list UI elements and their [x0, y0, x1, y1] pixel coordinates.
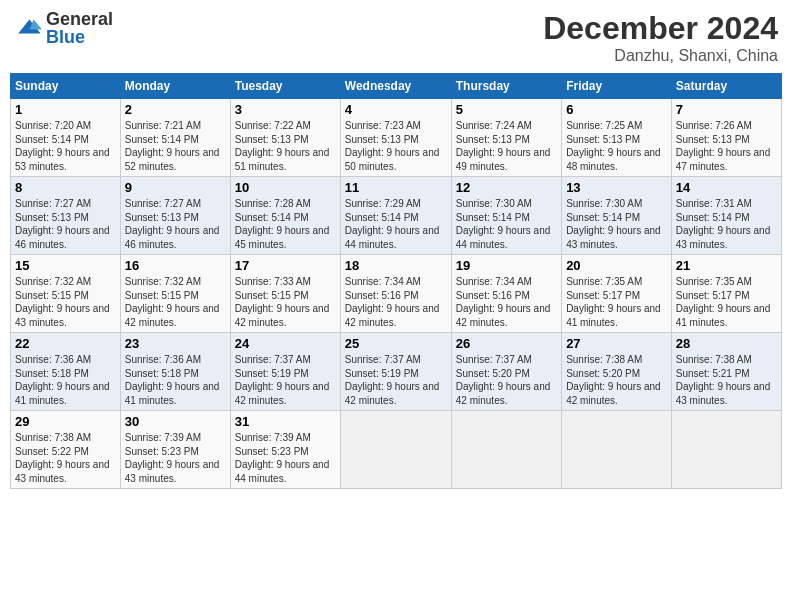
calendar-cell: 16 Sunrise: 7:32 AM Sunset: 5:15 PM Dayl… [120, 255, 230, 333]
logo: General Blue [14, 10, 113, 46]
day-info: Sunrise: 7:38 AM Sunset: 5:20 PM Dayligh… [566, 353, 667, 407]
calendar-week-1: 1 Sunrise: 7:20 AM Sunset: 5:14 PM Dayli… [11, 99, 782, 177]
calendar-cell: 7 Sunrise: 7:26 AM Sunset: 5:13 PM Dayli… [671, 99, 781, 177]
calendar-week-4: 22 Sunrise: 7:36 AM Sunset: 5:18 PM Dayl… [11, 333, 782, 411]
day-info: Sunrise: 7:33 AM Sunset: 5:15 PM Dayligh… [235, 275, 336, 329]
calendar-cell: 31 Sunrise: 7:39 AM Sunset: 5:23 PM Dayl… [230, 411, 340, 489]
day-info: Sunrise: 7:37 AM Sunset: 5:19 PM Dayligh… [235, 353, 336, 407]
calendar-cell: 6 Sunrise: 7:25 AM Sunset: 5:13 PM Dayli… [562, 99, 672, 177]
day-number: 27 [566, 336, 667, 351]
day-number: 11 [345, 180, 447, 195]
calendar-cell: 25 Sunrise: 7:37 AM Sunset: 5:19 PM Dayl… [340, 333, 451, 411]
logo-icon [14, 14, 42, 42]
day-number: 5 [456, 102, 557, 117]
col-thursday: Thursday [451, 74, 561, 99]
calendar-cell: 24 Sunrise: 7:37 AM Sunset: 5:19 PM Dayl… [230, 333, 340, 411]
day-info: Sunrise: 7:25 AM Sunset: 5:13 PM Dayligh… [566, 119, 667, 173]
col-wednesday: Wednesday [340, 74, 451, 99]
calendar-cell: 19 Sunrise: 7:34 AM Sunset: 5:16 PM Dayl… [451, 255, 561, 333]
day-number: 12 [456, 180, 557, 195]
page-header: General Blue December 2024 Danzhu, Shanx… [10, 10, 782, 65]
day-info: Sunrise: 7:35 AM Sunset: 5:17 PM Dayligh… [566, 275, 667, 329]
day-info: Sunrise: 7:35 AM Sunset: 5:17 PM Dayligh… [676, 275, 777, 329]
calendar-cell: 8 Sunrise: 7:27 AM Sunset: 5:13 PM Dayli… [11, 177, 121, 255]
col-saturday: Saturday [671, 74, 781, 99]
calendar-cell: 29 Sunrise: 7:38 AM Sunset: 5:22 PM Dayl… [11, 411, 121, 489]
calendar-week-2: 8 Sunrise: 7:27 AM Sunset: 5:13 PM Dayli… [11, 177, 782, 255]
day-number: 20 [566, 258, 667, 273]
calendar-cell: 5 Sunrise: 7:24 AM Sunset: 5:13 PM Dayli… [451, 99, 561, 177]
calendar-cell: 4 Sunrise: 7:23 AM Sunset: 5:13 PM Dayli… [340, 99, 451, 177]
calendar-cell: 10 Sunrise: 7:28 AM Sunset: 5:14 PM Dayl… [230, 177, 340, 255]
day-info: Sunrise: 7:23 AM Sunset: 5:13 PM Dayligh… [345, 119, 447, 173]
calendar-cell: 9 Sunrise: 7:27 AM Sunset: 5:13 PM Dayli… [120, 177, 230, 255]
calendar-cell: 1 Sunrise: 7:20 AM Sunset: 5:14 PM Dayli… [11, 99, 121, 177]
calendar-cell: 30 Sunrise: 7:39 AM Sunset: 5:23 PM Dayl… [120, 411, 230, 489]
calendar-header: Sunday Monday Tuesday Wednesday Thursday… [11, 74, 782, 99]
day-number: 14 [676, 180, 777, 195]
calendar-cell [451, 411, 561, 489]
day-number: 8 [15, 180, 116, 195]
day-info: Sunrise: 7:29 AM Sunset: 5:14 PM Dayligh… [345, 197, 447, 251]
day-info: Sunrise: 7:39 AM Sunset: 5:23 PM Dayligh… [125, 431, 226, 485]
day-number: 19 [456, 258, 557, 273]
calendar-cell: 28 Sunrise: 7:38 AM Sunset: 5:21 PM Dayl… [671, 333, 781, 411]
day-number: 17 [235, 258, 336, 273]
calendar-cell: 22 Sunrise: 7:36 AM Sunset: 5:18 PM Dayl… [11, 333, 121, 411]
day-info: Sunrise: 7:27 AM Sunset: 5:13 PM Dayligh… [15, 197, 116, 251]
calendar-cell: 11 Sunrise: 7:29 AM Sunset: 5:14 PM Dayl… [340, 177, 451, 255]
calendar-cell [340, 411, 451, 489]
title-block: December 2024 Danzhu, Shanxi, China [543, 10, 778, 65]
header-row: Sunday Monday Tuesday Wednesday Thursday… [11, 74, 782, 99]
day-number: 30 [125, 414, 226, 429]
day-info: Sunrise: 7:37 AM Sunset: 5:19 PM Dayligh… [345, 353, 447, 407]
calendar-cell: 3 Sunrise: 7:22 AM Sunset: 5:13 PM Dayli… [230, 99, 340, 177]
day-info: Sunrise: 7:20 AM Sunset: 5:14 PM Dayligh… [15, 119, 116, 173]
day-info: Sunrise: 7:36 AM Sunset: 5:18 PM Dayligh… [15, 353, 116, 407]
calendar-cell: 12 Sunrise: 7:30 AM Sunset: 5:14 PM Dayl… [451, 177, 561, 255]
calendar-cell: 17 Sunrise: 7:33 AM Sunset: 5:15 PM Dayl… [230, 255, 340, 333]
day-number: 16 [125, 258, 226, 273]
day-info: Sunrise: 7:34 AM Sunset: 5:16 PM Dayligh… [345, 275, 447, 329]
calendar-table: Sunday Monday Tuesday Wednesday Thursday… [10, 73, 782, 489]
logo-general-text: General [46, 10, 113, 28]
day-info: Sunrise: 7:27 AM Sunset: 5:13 PM Dayligh… [125, 197, 226, 251]
day-number: 31 [235, 414, 336, 429]
day-number: 22 [15, 336, 116, 351]
calendar-cell [671, 411, 781, 489]
day-info: Sunrise: 7:34 AM Sunset: 5:16 PM Dayligh… [456, 275, 557, 329]
calendar-cell: 15 Sunrise: 7:32 AM Sunset: 5:15 PM Dayl… [11, 255, 121, 333]
day-number: 23 [125, 336, 226, 351]
day-number: 18 [345, 258, 447, 273]
day-info: Sunrise: 7:26 AM Sunset: 5:13 PM Dayligh… [676, 119, 777, 173]
day-info: Sunrise: 7:38 AM Sunset: 5:22 PM Dayligh… [15, 431, 116, 485]
day-info: Sunrise: 7:37 AM Sunset: 5:20 PM Dayligh… [456, 353, 557, 407]
calendar-week-3: 15 Sunrise: 7:32 AM Sunset: 5:15 PM Dayl… [11, 255, 782, 333]
calendar-body: 1 Sunrise: 7:20 AM Sunset: 5:14 PM Dayli… [11, 99, 782, 489]
day-info: Sunrise: 7:32 AM Sunset: 5:15 PM Dayligh… [125, 275, 226, 329]
day-number: 1 [15, 102, 116, 117]
col-friday: Friday [562, 74, 672, 99]
calendar-cell: 2 Sunrise: 7:21 AM Sunset: 5:14 PM Dayli… [120, 99, 230, 177]
day-number: 21 [676, 258, 777, 273]
day-number: 7 [676, 102, 777, 117]
day-number: 4 [345, 102, 447, 117]
day-info: Sunrise: 7:39 AM Sunset: 5:23 PM Dayligh… [235, 431, 336, 485]
day-number: 13 [566, 180, 667, 195]
day-info: Sunrise: 7:38 AM Sunset: 5:21 PM Dayligh… [676, 353, 777, 407]
col-sunday: Sunday [11, 74, 121, 99]
calendar-cell: 27 Sunrise: 7:38 AM Sunset: 5:20 PM Dayl… [562, 333, 672, 411]
day-number: 24 [235, 336, 336, 351]
day-info: Sunrise: 7:32 AM Sunset: 5:15 PM Dayligh… [15, 275, 116, 329]
day-number: 6 [566, 102, 667, 117]
day-number: 10 [235, 180, 336, 195]
day-info: Sunrise: 7:28 AM Sunset: 5:14 PM Dayligh… [235, 197, 336, 251]
day-info: Sunrise: 7:30 AM Sunset: 5:14 PM Dayligh… [456, 197, 557, 251]
location-title: Danzhu, Shanxi, China [543, 47, 778, 65]
day-number: 26 [456, 336, 557, 351]
day-number: 29 [15, 414, 116, 429]
day-info: Sunrise: 7:22 AM Sunset: 5:13 PM Dayligh… [235, 119, 336, 173]
day-number: 3 [235, 102, 336, 117]
calendar-cell: 18 Sunrise: 7:34 AM Sunset: 5:16 PM Dayl… [340, 255, 451, 333]
calendar-cell: 14 Sunrise: 7:31 AM Sunset: 5:14 PM Dayl… [671, 177, 781, 255]
